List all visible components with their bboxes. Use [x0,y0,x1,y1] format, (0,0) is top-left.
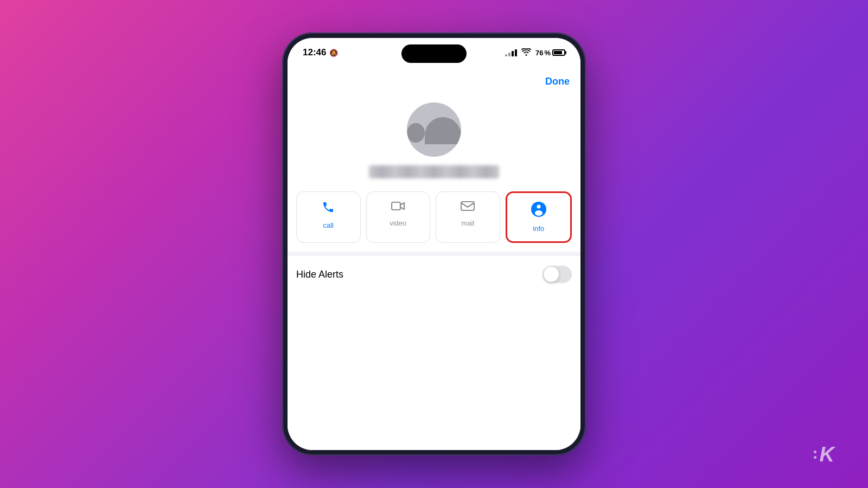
mail-label: mail [461,219,474,227]
info-label: info [533,224,544,233]
call-label: call [323,221,334,229]
clock-display: 12:46 [303,47,326,58]
signal-bar-3 [512,51,514,56]
contact-section [288,92,580,191]
signal-bar-2 [508,53,510,56]
hide-alerts-label: Hide Alerts [296,269,343,280]
signal-bar-1 [505,54,507,56]
top-bar: Done [288,67,580,92]
avatar-head [407,123,425,143]
signal-bar-4 [515,49,517,56]
status-time-group: 12:46 🔕 [303,47,338,58]
avatar [407,102,461,157]
watermark-dots-group [814,451,816,459]
mail-button[interactable]: mail [436,191,500,243]
settings-section: Hide Alerts [288,256,580,293]
action-buttons-row: call video [288,191,580,252]
signal-bars [505,49,517,56]
battery-indicator: 76 % [535,49,565,57]
call-button[interactable]: call [296,191,361,243]
video-icon [391,201,405,215]
status-icons-group: 76 % [505,48,565,57]
mail-icon [461,201,475,215]
contact-name-blurred [369,165,499,178]
info-button[interactable]: info [506,191,572,243]
svg-rect-1 [461,202,474,210]
watermark-dot-2 [814,456,816,459]
section-separator [288,252,580,256]
content-area: Done [288,67,580,450]
svg-point-3 [537,205,540,209]
battery-body [552,49,565,56]
battery-percent: % [544,49,551,57]
svg-rect-0 [392,202,400,210]
status-bar: 12:46 🔕 [288,38,580,67]
phone-screen: 12:46 🔕 [288,38,580,450]
done-button[interactable]: Done [545,76,570,87]
wifi-icon [521,48,531,57]
battery-fill [554,51,562,54]
battery-level: 76 [535,49,543,57]
watermark: K [814,443,835,466]
info-icon [531,202,546,220]
avatar-body [425,117,461,144]
svg-point-4 [535,210,542,216]
video-button[interactable]: video [366,191,431,243]
phone-frame: 12:46 🔕 [282,33,586,455]
hide-alerts-toggle[interactable] [542,266,572,283]
watermark-dot-1 [814,451,816,453]
dynamic-island [401,44,467,63]
video-label: video [390,219,406,227]
battery-tip [565,51,566,54]
watermark-letter: K [820,443,835,466]
call-icon [322,201,335,217]
toggle-knob [544,267,559,282]
hide-alerts-row: Hide Alerts [296,256,572,293]
mute-icon: 🔕 [329,49,338,57]
